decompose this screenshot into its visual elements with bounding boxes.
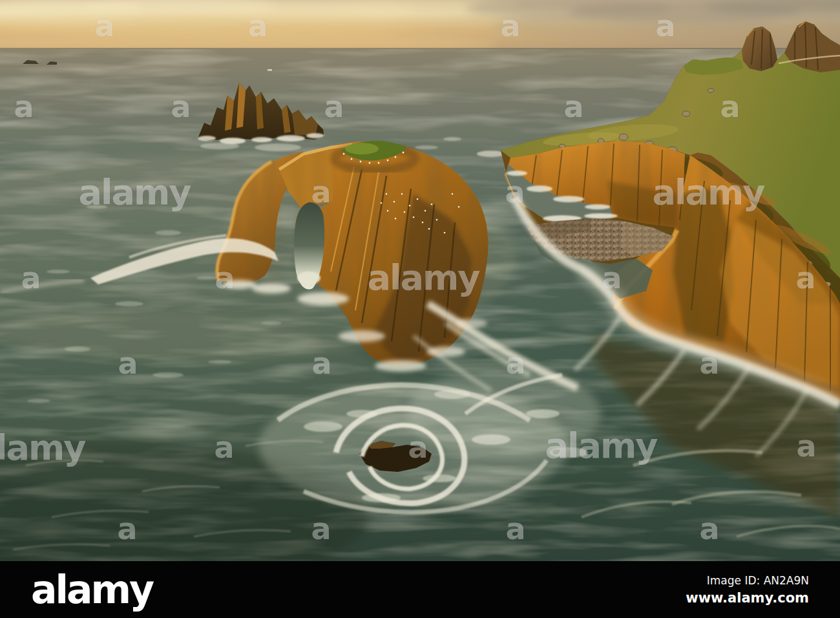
stock-photo-page: aaaaaaaaaaaaaaaaaaaaaaaaaaalamyalamyalam… xyxy=(0,0,840,618)
photo-svg xyxy=(0,0,840,561)
alamy-logo: alamy xyxy=(31,570,152,609)
image-id: Image ID: AN2A9N xyxy=(686,574,809,587)
alamy-url: www.alamy.com xyxy=(686,590,809,606)
coastal-photo: aaaaaaaaaaaaaaaaaaaaaaaaaaalamyalamyalam… xyxy=(0,0,840,561)
image-meta: Image ID: AN2A9N www.alamy.com xyxy=(686,574,809,606)
footer-bar: alamy Image ID: AN2A9N www.alamy.com xyxy=(0,561,840,618)
warm-tone-overlay xyxy=(0,0,840,561)
